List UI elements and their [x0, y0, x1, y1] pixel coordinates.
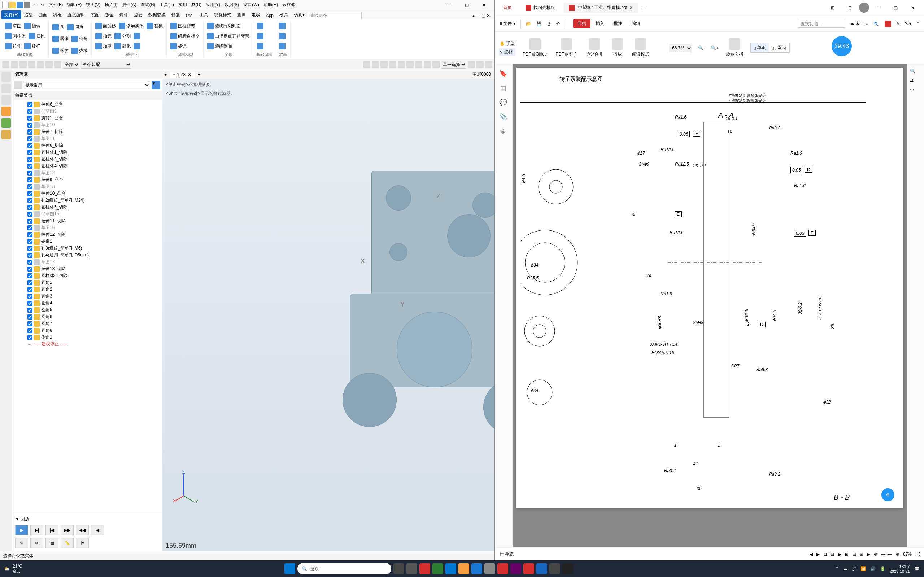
split-button[interactable]: 拆分合并: [584, 37, 604, 59]
ribbon-item[interactable]: 孔: [52, 23, 65, 31]
tree-item[interactable]: 拉伸12_切除: [13, 231, 161, 238]
ribbon-item[interactable]: 缠绕到面: [207, 42, 233, 50]
tree-checkbox[interactable]: [27, 280, 32, 285]
ribbon-item[interactable]: [133, 32, 142, 40]
tree-item[interactable]: 圆角8: [13, 327, 161, 334]
tree-item[interactable]: 圆角7: [13, 320, 161, 327]
tree-item[interactable]: 草图17: [13, 259, 161, 266]
tree-item[interactable]: 圆柱体4_切除: [13, 163, 161, 169]
tool-icon[interactable]: ▶: [867, 552, 870, 557]
ribbon-item[interactable]: 分割: [114, 32, 131, 40]
record-icon[interactable]: [885, 21, 891, 27]
save-icon[interactable]: 💾: [536, 21, 542, 26]
tab-electrode[interactable]: 电极: [249, 10, 263, 19]
tree-item[interactable]: 拉伸11_切除: [13, 218, 161, 224]
tray-wifi-icon[interactable]: 📶: [861, 566, 866, 571]
app-icon[interactable]: [510, 563, 521, 574]
tray-ime-icon[interactable]: 拼: [852, 566, 856, 572]
collapse-icon[interactable]: ⌃: [916, 21, 920, 26]
rtab-insert[interactable]: 插入: [591, 19, 609, 28]
weather-widget[interactable]: ⛅ 21°C 多云: [4, 564, 23, 574]
bookmark-icon[interactable]: 🔖: [498, 69, 508, 79]
tab-tools[interactable]: 工具: [197, 10, 211, 19]
ruler-icon[interactable]: 📏: [61, 538, 74, 548]
ribbon-item[interactable]: 倒角: [71, 35, 89, 43]
app-icon[interactable]: [562, 563, 573, 574]
tree-checkbox[interactable]: [27, 143, 32, 148]
cad-close-icon[interactable]: ✕: [476, 0, 492, 10]
ribbon-item[interactable]: 抽壳: [95, 32, 112, 40]
tab-shape[interactable]: 造型: [21, 10, 36, 19]
tray-icon[interactable]: ☁: [843, 566, 848, 571]
tree-item[interactable]: 圆柱体1_切除: [13, 149, 161, 156]
tb-icon[interactable]: [380, 61, 388, 68]
menu-help[interactable]: 帮助(H): [262, 1, 280, 9]
tree-checkbox[interactable]: [27, 171, 32, 176]
start-icon[interactable]: [284, 563, 295, 574]
tree-icon[interactable]: [14, 81, 22, 89]
file-menu[interactable]: ≡ 文件 ▾: [499, 21, 515, 27]
tree-checkbox[interactable]: [27, 198, 32, 203]
ribbon-item[interactable]: 圆角: [66, 23, 84, 31]
tree-checkbox[interactable]: [27, 122, 32, 128]
tree-item[interactable]: 草图12: [13, 169, 161, 176]
menu-query[interactable]: 查询(N): [139, 1, 157, 9]
tree-checkbox[interactable]: [27, 219, 32, 224]
ribbon-item[interactable]: 螺纹: [52, 47, 69, 55]
menu-edit[interactable]: 编辑(E): [65, 1, 83, 9]
pdf2office-button[interactable]: PDF转Office: [521, 37, 548, 59]
filter-icon[interactable]: ▼: [152, 81, 160, 89]
tab-wire[interactable]: 线框: [50, 10, 65, 19]
pen-icon[interactable]: ✎: [896, 21, 900, 26]
translate-icon[interactable]: ⇄: [910, 78, 921, 83]
tree-checkbox[interactable]: [27, 191, 32, 196]
tree-checkbox[interactable]: [27, 232, 32, 237]
ribbon-collapse-icon[interactable]: ▴ — ▢ ✕: [470, 11, 493, 19]
tab-direct[interactable]: 直接编辑: [65, 10, 88, 19]
rtab-annotate[interactable]: 批注: [609, 19, 627, 28]
start-button[interactable]: ◀◀: [76, 525, 89, 535]
ribbon-item[interactable]: 拔模: [71, 47, 89, 55]
end-button[interactable]: ▶▶: [61, 525, 74, 535]
double-page-button[interactable]: ▯▯双页: [769, 43, 789, 52]
cad-maximize-icon[interactable]: ▢: [459, 0, 475, 10]
fullscreen-icon[interactable]: ⛶: [915, 552, 920, 557]
edit-icon[interactable]: ✏: [30, 538, 43, 548]
tab-sheet[interactable]: 钣金: [102, 10, 116, 19]
step-fwd-button[interactable]: ▶|: [30, 525, 43, 535]
tree-item[interactable]: 拉伸9_凸台: [13, 176, 161, 183]
cad-viewport[interactable]: + • 1.Z3 ✕ + 图层0000 <单击中键>环境观察项. <Shift …: [162, 70, 494, 551]
edge-icon[interactable]: [446, 563, 456, 574]
tree-item[interactable]: 孔3(螺纹_简单孔 M6): [13, 245, 161, 252]
tb-icon[interactable]: [485, 61, 492, 68]
tree-checkbox[interactable]: [27, 157, 32, 162]
sb-icon[interactable]: [2, 84, 11, 93]
tree-item[interactable]: 圆柱体2_切除: [13, 156, 161, 163]
tree-checkbox[interactable]: [27, 253, 32, 258]
app-icon[interactable]: [472, 563, 482, 574]
play-icon[interactable]: ▶: [838, 552, 842, 557]
tree-item[interactable]: 圆角2: [13, 286, 161, 293]
tb-icon[interactable]: [424, 61, 431, 68]
ribbon-item[interactable]: 扫掠: [28, 32, 45, 40]
tree-item[interactable]: 圆角4: [13, 300, 161, 306]
filter-all-combo[interactable]: 全部: [63, 61, 79, 69]
pick-icon[interactable]: ✎: [15, 538, 28, 548]
ribbon-item[interactable]: 解析自相交: [170, 32, 200, 40]
menu-cloud[interactable]: 云存储: [281, 1, 297, 9]
zoom-in2-icon[interactable]: ⊕: [896, 552, 900, 557]
cursor-icon[interactable]: ↖: [874, 19, 880, 28]
qat-open-icon[interactable]: [10, 2, 16, 8]
ribbon-item[interactable]: 草图: [4, 22, 22, 30]
rewind-button[interactable]: ◀: [91, 525, 104, 535]
layout-icon[interactable]: ⊞: [824, 3, 841, 13]
cad-minimize-icon[interactable]: —: [441, 0, 458, 10]
tree-checkbox[interactable]: [27, 150, 32, 155]
comment-icon[interactable]: 💬: [498, 97, 508, 108]
tb-icon[interactable]: [372, 61, 379, 68]
ribbon-item[interactable]: 圆柱体: [4, 32, 26, 40]
pdf-close-icon[interactable]: ✕: [905, 3, 921, 13]
tb-icon[interactable]: [45, 61, 53, 68]
ribbon-item[interactable]: [278, 42, 287, 50]
qat-redo-icon[interactable]: ↷: [39, 2, 46, 8]
